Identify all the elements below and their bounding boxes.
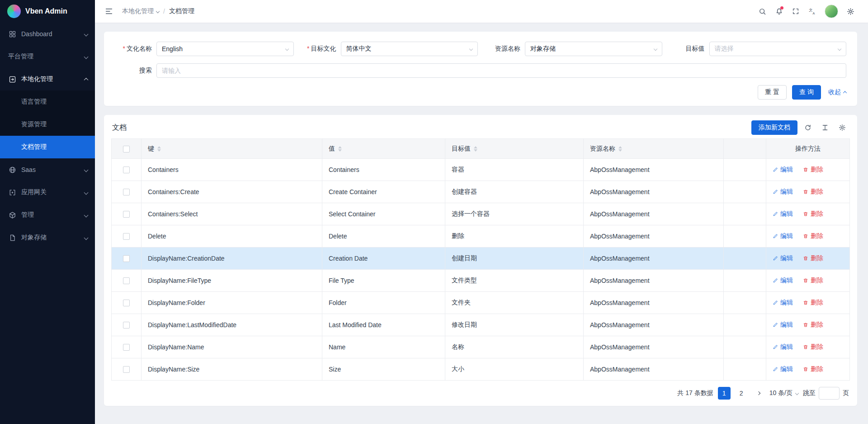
target-value-select[interactable]: 请选择 (709, 42, 847, 56)
cell-resource: AbpOssManagement (584, 248, 724, 270)
target-culture-select[interactable]: 简体中文 (341, 42, 478, 56)
row-checkbox[interactable] (123, 344, 130, 351)
sidebar-item-platform[interactable]: 平台管理 (0, 45, 95, 68)
reset-button[interactable]: 重 置 (758, 85, 787, 100)
delete-button[interactable]: 删除 (803, 276, 823, 285)
delete-button[interactable]: 删除 (803, 321, 823, 329)
sidebar-item-resource-management[interactable]: 资源管理 (0, 113, 95, 136)
page-button-1[interactable]: 1 (718, 387, 731, 400)
sidebar-submenu-localization: 语言管理 资源管理 文档管理 (0, 91, 95, 158)
row-checkbox[interactable] (123, 366, 130, 373)
refresh-icon[interactable] (801, 121, 815, 134)
sidebar-item-object-storage[interactable]: 对象存储 (0, 226, 95, 249)
edit-button[interactable]: 编辑 (773, 365, 793, 373)
edit-button[interactable]: 编辑 (773, 276, 793, 285)
avatar[interactable] (825, 5, 838, 18)
menu-fold-icon[interactable] (101, 4, 117, 19)
delete-button[interactable]: 删除 (803, 299, 823, 307)
row-checkbox[interactable] (123, 322, 130, 329)
cell-key: DisplayName:FileType (142, 270, 322, 292)
edit-button[interactable]: 编辑 (773, 321, 793, 329)
fullscreen-icon[interactable] (788, 4, 803, 19)
cell-key: DisplayName:Size (142, 358, 322, 381)
sidebar-item-gateway[interactable]: 应用网关 (0, 181, 95, 204)
sidebar-item-label: 本地化管理 (21, 75, 85, 83)
delete-button[interactable]: 删除 (803, 254, 823, 262)
pagination-total: 共 17 条数据 (677, 389, 713, 397)
page-size-select[interactable]: 10 条/页 (769, 389, 798, 397)
edit-button[interactable]: 编辑 (773, 166, 793, 174)
cell-resource: AbpOssManagement (584, 225, 724, 248)
page-button-2[interactable]: 2 (735, 387, 748, 400)
row-checkbox[interactable] (123, 167, 130, 173)
column-header-target[interactable]: 目标值 (445, 139, 584, 159)
translate-icon[interactable]: 文A (805, 4, 820, 19)
filter-fields-row: *文化名称 English *目标文化 简体中文 资源名称 对象存储 (115, 42, 846, 56)
culture-name-label: *文化名称 (115, 45, 156, 53)
jump-to-page: 跳至 页 (803, 387, 849, 400)
sidebar-item-saas[interactable]: Saas (0, 158, 95, 181)
culture-name-select[interactable]: English (156, 42, 294, 56)
collapse-link[interactable]: 收起 (828, 88, 846, 96)
delete-button[interactable]: 删除 (803, 188, 823, 196)
cell-target: 删除 (445, 225, 584, 248)
sidebar-item-localization[interactable]: 本地化管理 (0, 68, 95, 91)
sidebar: Vben Admin Dashboard 平台管理 本地化管理 语言管理 (0, 0, 95, 424)
settings-gear-icon[interactable] (843, 4, 858, 19)
column-settings-gear-icon[interactable] (835, 121, 849, 134)
cell-key: DisplayName:CreationDate (142, 248, 322, 270)
column-header-value[interactable]: 值 (322, 139, 445, 159)
edit-button[interactable]: 编辑 (773, 299, 793, 307)
cell-target: 文件类型 (445, 270, 584, 292)
delete-button[interactable]: 删除 (803, 343, 823, 351)
select-all-checkbox[interactable] (123, 146, 130, 152)
notification-bell-icon[interactable] (771, 4, 787, 19)
cell-key: Containers (142, 159, 322, 181)
sidebar-item-document-management[interactable]: 文档管理 (0, 136, 95, 158)
cell-resource: AbpOssManagement (584, 314, 724, 336)
row-checkbox[interactable] (123, 233, 130, 240)
next-page-button[interactable] (752, 387, 765, 400)
delete-button[interactable]: 删除 (803, 365, 823, 373)
search-input[interactable] (156, 63, 846, 78)
column-header-resource[interactable]: 资源名称 (584, 139, 724, 159)
jump-suffix-label: 页 (843, 389, 849, 397)
edit-button[interactable]: 编辑 (773, 210, 793, 218)
sidebar-item-management[interactable]: 管理 (0, 204, 95, 226)
table-row: Containers Containers 容器 AbpOssManagemen… (112, 159, 850, 181)
row-checkbox[interactable] (123, 277, 130, 284)
chevron-down-icon (838, 47, 841, 51)
breadcrumb-section-label: 本地化管理 (122, 7, 154, 15)
column-header-key[interactable]: 键 (142, 139, 322, 159)
delete-button[interactable]: 删除 (803, 232, 823, 240)
row-checkbox[interactable] (123, 300, 130, 306)
edit-button[interactable]: 编辑 (773, 343, 793, 351)
add-document-button[interactable]: 添加新文档 (751, 120, 797, 135)
edit-button[interactable]: 编辑 (773, 188, 793, 196)
search-icon[interactable] (755, 4, 770, 19)
row-height-icon[interactable] (818, 121, 832, 134)
edit-button[interactable]: 编辑 (773, 232, 793, 240)
cell-target: 创建日期 (445, 248, 584, 270)
sidebar-item-language-management[interactable]: 语言管理 (0, 91, 95, 113)
sidebar-item-label: 平台管理 (8, 52, 85, 61)
row-checkbox[interactable] (123, 211, 130, 218)
cell-target: 修改日期 (445, 314, 584, 336)
delete-button[interactable]: 删除 (803, 210, 823, 218)
chevron-right-icon (756, 391, 760, 395)
jump-page-input[interactable] (819, 387, 840, 400)
sidebar-item-label: 语言管理 (21, 98, 88, 106)
breadcrumb-section[interactable]: 本地化管理 (122, 7, 159, 15)
resource-name-select[interactable]: 对象存储 (525, 42, 662, 56)
pagination: 共 17 条数据 1 2 10 条/页 跳至 页 (111, 387, 850, 400)
app-logo[interactable]: Vben Admin (0, 0, 95, 23)
edit-button[interactable]: 编辑 (773, 254, 793, 262)
row-checkbox[interactable] (123, 189, 130, 195)
sidebar-item-dashboard[interactable]: Dashboard (0, 23, 95, 45)
sidebar-menu: Dashboard 平台管理 本地化管理 语言管理 资源管理 文档管理 (0, 23, 95, 249)
chevron-down-icon (653, 47, 657, 51)
row-checkbox[interactable] (123, 255, 130, 262)
query-button[interactable]: 查 询 (792, 85, 821, 100)
delete-button[interactable]: 删除 (803, 166, 823, 174)
cell-value: Containers (322, 159, 445, 181)
